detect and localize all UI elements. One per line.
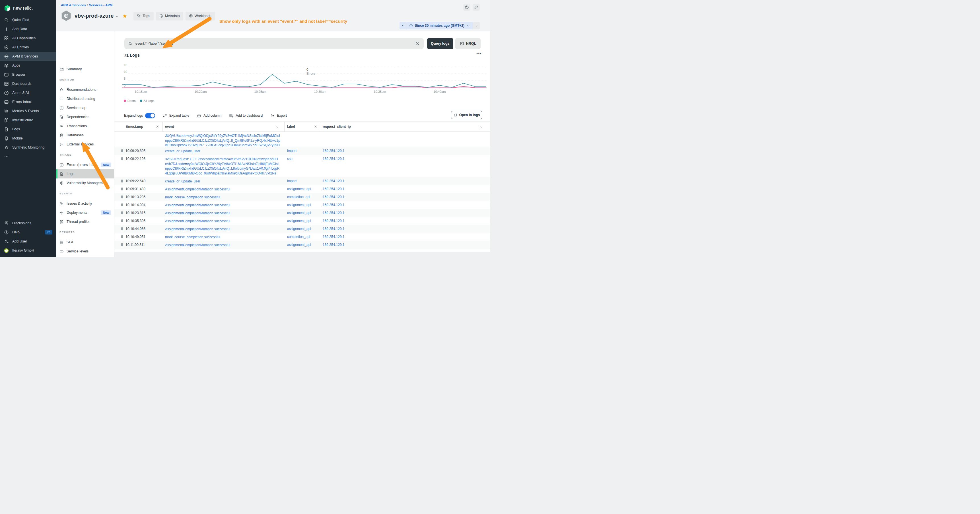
expand-table-button[interactable]: Expand table xyxy=(163,113,189,118)
breadcrumb-services-apm[interactable]: Services - APM xyxy=(89,3,113,7)
sidebar-item-add-data[interactable]: Add Data xyxy=(0,24,56,33)
label-link[interactable]: completion_api xyxy=(287,195,310,199)
sidebar-item-alerts-ai[interactable]: Alerts & AI xyxy=(0,88,56,97)
ip-link[interactable]: 169.254.129.1 xyxy=(323,195,345,199)
sidebar-item-more[interactable] xyxy=(0,152,56,161)
label-link[interactable]: assignment_api xyxy=(287,203,311,207)
label-link[interactable]: assignment_api xyxy=(287,211,311,215)
ip-link[interactable]: 169.254.129.1 xyxy=(323,243,345,247)
subnav-item-distributed-tracing[interactable]: Distributed tracing xyxy=(56,94,114,103)
sidebar-item-add-user[interactable]: Add User xyxy=(0,237,56,246)
subnav-item-vulnerability-management[interactable]: Vulnerability Management xyxy=(56,178,114,188)
time-forward-button[interactable] xyxy=(473,22,480,29)
event-link[interactable]: mark_course_completion successful xyxy=(165,195,285,200)
sidebar-item-all-entities[interactable]: All Entities xyxy=(0,43,56,52)
help-circle-button[interactable] xyxy=(463,4,470,11)
table-row[interactable]: 10:09:22.196<ASGIRequest: GET '/sso/call… xyxy=(115,155,490,177)
sidebar-item-iterativ-gmbh[interactable]: Iterativ GmbH xyxy=(0,246,56,255)
label-link[interactable]: assignment_api xyxy=(287,243,311,247)
label-link[interactable]: import xyxy=(287,149,296,153)
event-link[interactable]: AssignmentCompletionMutation successful xyxy=(165,219,285,224)
subnav-item-errors-errors-inb[interactable]: Errors (errors inb...New xyxy=(56,160,114,169)
legend-item-all-logs[interactable]: All Logs xyxy=(140,99,154,102)
ip-link[interactable]: 169.254.129.1 xyxy=(323,203,345,207)
sidebar-item-apm-services[interactable]: APM & Services xyxy=(0,52,56,61)
sidebar-item-discussions[interactable]: Discussions xyxy=(0,219,56,228)
event-link[interactable]: cAh7D&code=eyJraWQiOiJjcGltY29yZV8wOTl1M… xyxy=(165,162,285,167)
clear-query-button[interactable] xyxy=(415,41,420,46)
log-query-input[interactable] xyxy=(135,41,413,46)
event-link[interactable]: create_or_update_user xyxy=(165,179,285,184)
newrelic-logo[interactable]: new relic. xyxy=(0,0,56,15)
event-link[interactable]: nppcCI6IkRlZmxhdGUiLCJzZXIiOiIxLjAifQ..I… xyxy=(165,138,285,143)
remove-column-icon[interactable] xyxy=(479,125,483,128)
subnav-item-databases[interactable]: Databases xyxy=(56,130,114,140)
remove-column-icon[interactable] xyxy=(275,125,278,128)
label-link[interactable]: assignment_api xyxy=(287,187,311,191)
label-link[interactable]: import xyxy=(287,179,296,183)
ip-link[interactable]: 169.254.129.1 xyxy=(323,219,345,223)
subnav-item-logs[interactable]: Logs xyxy=(56,169,114,178)
remove-column-icon[interactable] xyxy=(156,125,159,128)
breadcrumb-apm-services[interactable]: APM & Services xyxy=(61,3,86,7)
table-row[interactable]: 10:10:35.305AssignmentCompletionMutation… xyxy=(115,217,490,225)
table-row[interactable]: 10:10:13.235mark_course_completion succe… xyxy=(115,193,490,201)
export-button[interactable]: Export xyxy=(270,113,287,118)
sidebar-item-all-capabilities[interactable]: All Capabilities xyxy=(0,33,56,43)
event-link[interactable]: 4LgSjsuUW8B0Mi8-Gdo_f6ofWhjpatNs9jaMs9qK… xyxy=(165,171,285,176)
subnav-item-scalability[interactable]: Scalability xyxy=(56,256,114,257)
time-back-button[interactable] xyxy=(399,22,406,29)
sidebar-item-apps[interactable]: Apps xyxy=(0,61,56,70)
label-link[interactable]: assignment_api xyxy=(287,219,311,223)
event-link[interactable]: AssignmentCompletionMutation successful xyxy=(165,203,285,208)
table-row[interactable]: 10:10:23.815AssignmentCompletionMutation… xyxy=(115,209,490,217)
sidebar-item-dashboards[interactable]: Dashboards xyxy=(0,79,56,88)
subnav-item-sla[interactable]: SLA xyxy=(56,238,114,247)
event-link[interactable]: AssignmentCompletionMutation successful xyxy=(165,211,285,216)
label-link[interactable]: sso xyxy=(287,157,293,161)
sidebar-item-infrastructure[interactable]: Infrastructure xyxy=(0,116,56,125)
table-row[interactable]: 10:09:22.540create_or_update_userimport1… xyxy=(115,177,490,185)
table-row[interactable]: 10:11:00.311AssignmentCompletionMutation… xyxy=(115,241,490,249)
sidebar-item-errors-inbox[interactable]: Errors Inbox xyxy=(0,97,56,107)
tags-button[interactable]: Tags xyxy=(134,12,153,21)
chart-options-menu[interactable]: ••• xyxy=(476,51,482,56)
subnav-item-issues-activity[interactable]: Issues & activity xyxy=(56,199,114,208)
subnav-item-service-map[interactable]: Service map xyxy=(56,103,114,112)
ip-link[interactable]: 169.254.129.1 xyxy=(323,149,345,153)
sidebar-item-logs[interactable]: Logs xyxy=(0,125,56,134)
subnav-item-dependencies[interactable]: Dependencies xyxy=(56,112,114,121)
event-link[interactable]: vE1moHpkhokTVBvguN7_72JtGzGsqxZpn2OaKc3n… xyxy=(165,143,285,147)
sidebar-item-quick-find[interactable]: Quick Find xyxy=(0,15,56,24)
event-link[interactable]: mark_course_completion successful xyxy=(165,235,285,240)
add-column-button[interactable]: Add column xyxy=(197,113,221,118)
favorite-star-icon[interactable] xyxy=(123,14,127,19)
nrql-button[interactable]: NRQL xyxy=(455,38,480,49)
metadata-button[interactable]: Metadata xyxy=(156,12,183,21)
event-link[interactable]: AssignmentCompletionMutation successful xyxy=(165,187,285,192)
event-link[interactable]: AssignmentCompletionMutation successful xyxy=(165,227,285,232)
sidebar-item-help[interactable]: Help70 xyxy=(0,228,56,237)
open-in-logs-button[interactable]: Open in logs xyxy=(451,111,482,119)
table-row[interactable]: 10:10:44.066AssignmentCompletionMutation… xyxy=(115,225,490,233)
remove-column-icon[interactable] xyxy=(314,125,317,128)
event-link[interactable]: nppcCI6IkRlZmxhdGUiLCJzZXIiOiIxLjAifQ..L… xyxy=(165,166,285,171)
subnav-item-thread-profiler[interactable]: Thread profiler xyxy=(56,217,114,226)
subnav-item-transactions[interactable]: Transactions xyxy=(56,121,114,130)
subnav-item-service-levels[interactable]: Service levels xyxy=(56,247,114,256)
ip-link[interactable]: 169.254.129.1 xyxy=(323,157,345,161)
ip-link[interactable]: 169.254.129.1 xyxy=(323,211,345,215)
event-link[interactable]: AssignmentCompletionMutation successful xyxy=(165,243,285,248)
table-row[interactable]: 10:09:31.439AssignmentCompletionMutation… xyxy=(115,185,490,193)
subnav-item-external-services[interactable]: External services xyxy=(56,140,114,149)
table-row[interactable]: 10:10:14.094AssignmentCompletionMutation… xyxy=(115,201,490,209)
sidebar-item-mobile[interactable]: Mobile xyxy=(0,134,56,143)
ip-link[interactable]: 169.254.129.1 xyxy=(323,227,345,231)
title-chevron-down-icon[interactable] xyxy=(115,15,119,19)
table-row[interactable]: JUQVU&code=eyJraWQiOiJjcGltY29yZV8wOTl1M… xyxy=(115,132,490,147)
subnav-item-summary[interactable]: Summary xyxy=(56,65,114,74)
time-range-button[interactable]: Since 30 minutes ago (GMT+2) xyxy=(406,22,473,29)
expand-logs-toggle[interactable] xyxy=(145,113,155,118)
event-link[interactable]: <ASGIRequest: GET '/sso/callback/?state=… xyxy=(165,157,285,162)
label-link[interactable]: assignment_api xyxy=(287,227,311,231)
